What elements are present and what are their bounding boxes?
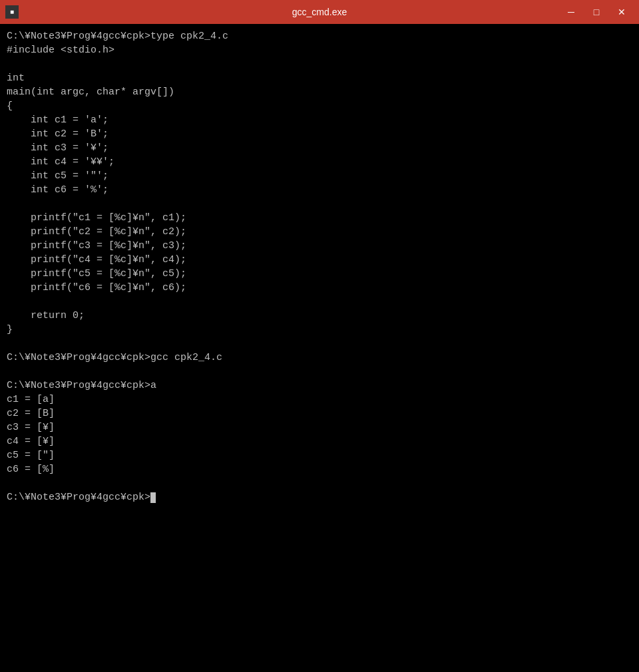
window-title: gcc_cmd.exe: [292, 7, 347, 17]
title-bar: ■ gcc_cmd.exe ─ □ ✕: [0, 0, 639, 24]
close-button[interactable]: ✕: [610, 3, 634, 21]
window: ■ gcc_cmd.exe ─ □ ✕ C:\¥Note3¥Prog¥4gcc¥…: [0, 0, 639, 672]
window-icon-symbol: ■: [10, 9, 14, 16]
window-icon: ■: [5, 5, 19, 19]
cursor: [150, 492, 156, 503]
maximize-button[interactable]: □: [584, 3, 608, 21]
terminal-output: C:\¥Note3¥Prog¥4gcc¥cpk>type cpk2_4.c #i…: [7, 29, 632, 504]
title-bar-left: ■: [5, 5, 19, 19]
terminal-area[interactable]: C:\¥Note3¥Prog¥4gcc¥cpk>type cpk2_4.c #i…: [0, 24, 639, 672]
minimize-button[interactable]: ─: [559, 3, 583, 21]
title-bar-controls: ─ □ ✕: [559, 3, 634, 21]
